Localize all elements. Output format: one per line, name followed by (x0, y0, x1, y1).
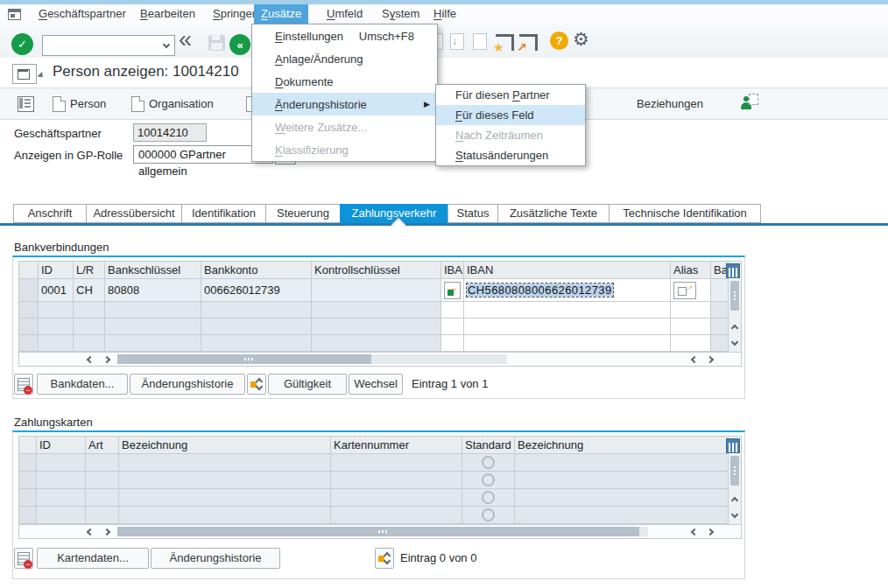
standard-radio[interactable] (482, 473, 495, 486)
bank-cell[interactable] (105, 335, 201, 352)
history-submenu-item-status-nderungen[interactable]: Statusänderungen (436, 145, 585, 165)
history-submenu-item-nach-zeitr-umen[interactable]: Nach Zeiträumen (436, 125, 585, 145)
cards-cell[interactable] (37, 489, 86, 507)
row-selector[interactable] (19, 472, 37, 489)
column-header-iban[interactable]: IBAN (441, 262, 464, 279)
bank-cell[interactable] (201, 335, 312, 352)
hscroll-track[interactable] (117, 527, 648, 536)
column-header-kartennummer[interactable]: Kartennummer (331, 437, 462, 454)
cards-cell[interactable] (37, 472, 86, 489)
cards-cell[interactable] (86, 507, 119, 524)
delete-row-icon[interactable] (14, 548, 33, 569)
bank-cell[interactable] (105, 318, 201, 335)
extras-menu-item-klassifizierung[interactable]: Klassifizierung (252, 138, 437, 161)
help-icon[interactable]: ? (550, 32, 568, 50)
sort-icon[interactable] (375, 548, 394, 569)
row-selector[interactable] (19, 489, 37, 507)
row-selector[interactable] (19, 507, 37, 524)
bank-cell[interactable] (105, 302, 201, 318)
scroll-right-icon[interactable] (704, 528, 716, 536)
bank-cell[interactable] (312, 279, 441, 302)
bank-cell[interactable]: 80808 (105, 279, 201, 302)
row-selector[interactable] (19, 302, 39, 318)
bank-cell[interactable]: CH (74, 279, 105, 302)
bank-cell[interactable] (441, 302, 464, 318)
bank-cell[interactable] (671, 302, 711, 318)
column-header-bezeichnung[interactable]: Bezeichnung (515, 437, 729, 454)
horizontal-scrollbar[interactable] (19, 524, 741, 538)
bank-cell[interactable] (464, 335, 671, 352)
cards-cell[interactable] (37, 507, 86, 524)
new-session-icon[interactable]: ★ (496, 34, 514, 51)
locator-toggle-icon[interactable] (18, 96, 34, 112)
vscroll-thumb[interactable] (730, 281, 739, 311)
vertical-scrollbar[interactable] (728, 279, 741, 353)
kartendaten-button[interactable]: Kartendaten... (37, 548, 149, 569)
scroll-down-icon[interactable] (732, 507, 737, 520)
extras-menu-item-dokumente[interactable]: Dokumente (252, 70, 437, 93)
column-header-selector[interactable] (19, 262, 39, 279)
tab-technische-identifikation[interactable]: Technische Identifikation (609, 204, 761, 223)
column-header-id[interactable]: ID (37, 437, 86, 454)
create-shortcut-icon[interactable]: ↗ (519, 34, 538, 51)
cards-cell[interactable] (515, 454, 729, 472)
command-field-combo[interactable] (42, 35, 175, 56)
bank-cell[interactable] (74, 318, 105, 335)
bank-cell[interactable]: 0001 (39, 279, 74, 302)
cards-cell[interactable] (515, 489, 729, 507)
partner-field-value[interactable]: 10014210 (133, 123, 207, 142)
scroll-up-icon[interactable] (732, 320, 737, 333)
row-selector[interactable] (19, 279, 39, 302)
cards-cell[interactable] (37, 454, 86, 472)
extras-menu-item-einstellungen[interactable]: EinstellungenUmsch+F8 (252, 24, 437, 47)
history-submenu-item-f-r-diesen-partner[interactable]: Für diesen Partner (436, 85, 585, 105)
cards-cell[interactable] (331, 489, 462, 507)
gueltigkeit-button[interactable]: Gültigkeit (268, 374, 347, 395)
table-settings-icon[interactable] (726, 263, 740, 278)
scroll-up-icon[interactable] (732, 493, 737, 506)
column-header-alias[interactable]: Alias (671, 262, 711, 279)
scroll-down-icon[interactable] (732, 334, 737, 347)
bank-cell[interactable] (711, 318, 729, 335)
menu-zus-tze[interactable]: Zusätze (254, 4, 308, 24)
cards-cell[interactable] (119, 507, 331, 524)
scroll-left-icon[interactable] (84, 355, 96, 364)
enter-icon[interactable]: ✓ (11, 33, 33, 55)
bank-cell[interactable] (441, 318, 464, 335)
menu-system[interactable]: System (375, 4, 426, 24)
bank-cell[interactable] (464, 318, 671, 335)
cards-cell[interactable] (462, 472, 515, 489)
column-header-standard[interactable]: Standard (462, 437, 515, 454)
bank-cell[interactable] (312, 318, 441, 335)
column-header-bankschl-ssel[interactable]: Bankschlüssel (105, 262, 201, 279)
cards-cell[interactable] (119, 472, 331, 489)
bank-cell[interactable] (711, 302, 729, 318)
tab-identifikation[interactable]: Identifikation (181, 204, 266, 223)
person-button[interactable]: Person (70, 97, 106, 110)
scroll-left-icon[interactable] (688, 528, 701, 536)
scroll-right-icon[interactable] (704, 355, 716, 364)
vertical-scrollbar[interactable] (728, 454, 741, 525)
bank-cell[interactable]: 006626012739 (201, 279, 312, 302)
row-selector[interactable] (19, 454, 37, 472)
bank-cell-alias[interactable] (671, 279, 711, 302)
column-header-bezeichnung[interactable]: Bezeichnung (119, 437, 331, 454)
bank-cell[interactable] (201, 302, 312, 318)
tab-steuerung[interactable]: Steuerung (265, 204, 341, 223)
standard-radio[interactable] (482, 456, 495, 469)
bank-cell[interactable] (312, 335, 441, 352)
menu-gesch-ftspartner[interactable]: Geschäftspartner (32, 4, 133, 24)
bank-cell[interactable] (312, 302, 441, 318)
extras-menu-item-anlage-nderung[interactable]: Anlage/Änderung (252, 47, 437, 70)
bank-aenderungshistorie-button[interactable]: Änderungshistorie (130, 374, 245, 395)
bank-cell[interactable] (74, 335, 105, 352)
bank-cell[interactable] (671, 318, 711, 335)
scroll-left-icon[interactable] (84, 528, 96, 536)
column-header-l-r[interactable]: L/R (74, 262, 105, 279)
sort-icon[interactable] (247, 374, 266, 395)
cards-aenderungshistorie-button[interactable]: Änderungshistorie (151, 548, 280, 569)
hscroll-thumb[interactable] (117, 354, 371, 364)
bank-cell[interactable] (711, 279, 729, 302)
cards-cell[interactable] (86, 454, 119, 472)
cards-cell[interactable] (119, 454, 331, 472)
